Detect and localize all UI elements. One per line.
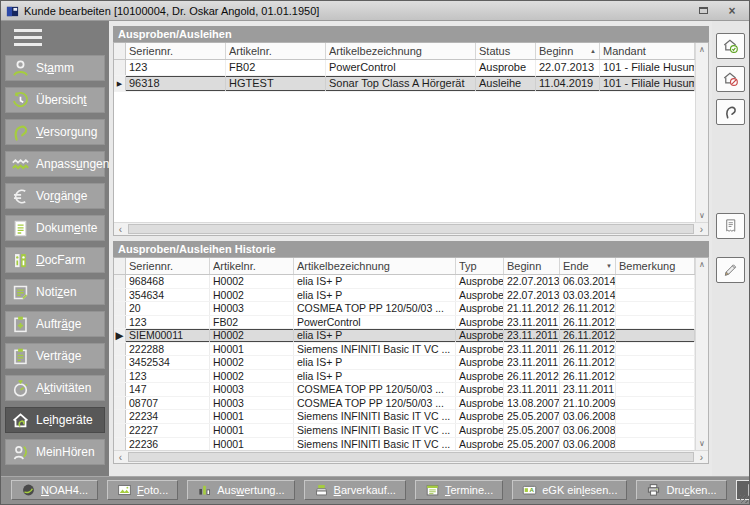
scrollbar-thumb[interactable] — [128, 452, 694, 462]
sidebar-item-ubersicht[interactable]: Übersicht — [5, 87, 105, 113]
drucken-button[interactable]: Drucken... — [636, 480, 726, 500]
cell-artikelnr: H0002 — [210, 289, 294, 302]
cell-artikelnr: H0001 — [210, 410, 294, 423]
sidebar-item-notizen[interactable]: Notizen — [5, 279, 105, 305]
column-header-seriennr[interactable]: Seriennr. — [126, 258, 210, 274]
column-header-typ[interactable]: Typ — [456, 258, 504, 274]
sidebar-item-meinhoren[interactable]: MeinHören — [5, 439, 105, 465]
column-header-artikelbezeichnung[interactable]: Artikelbezeichnung — [294, 258, 456, 274]
scrollbar-thumb[interactable] — [128, 224, 694, 234]
scroll-left-icon[interactable]: ‹ — [114, 452, 127, 463]
foto-button[interactable]: Foto... — [107, 480, 178, 500]
column-label: Artikelbezeichnung — [297, 260, 452, 272]
horizontal-scrollbar[interactable]: ‹› — [114, 450, 708, 463]
row-marker — [114, 289, 126, 302]
egk-einlesen-button[interactable]: AeGK einlesen... — [512, 480, 627, 500]
table-row[interactable]: 08707H0003COSMEA TOP PP 120/50/03 ...Aus… — [114, 397, 695, 411]
sidebar-item-dokumente[interactable]: Dokumente — [5, 215, 105, 241]
cell-seriennr: 3452534 — [126, 356, 210, 369]
row-marker — [114, 424, 126, 437]
scroll-right-icon[interactable]: › — [695, 224, 708, 235]
table-row[interactable]: 968468H0002elia IS+ PAusprobe22.07.20130… — [114, 275, 695, 289]
column-header-artikelnr[interactable]: Artikelnr. — [210, 258, 294, 274]
scroll-up-icon[interactable]: ∧ — [696, 43, 708, 56]
table-row[interactable]: 354634H0002elia IS+ PAusprobe22.07.20130… — [114, 289, 695, 303]
table-row[interactable]: 22227H0001Siemens INFINITI Basic IT VC .… — [114, 424, 695, 438]
column-label: Ende — [563, 260, 604, 272]
column-header-mandant[interactable]: Mandant — [600, 43, 695, 59]
column-label: Seriennr. — [129, 45, 222, 57]
close-button[interactable]: × — [720, 3, 744, 18]
restore-button[interactable] — [691, 3, 715, 18]
table-row[interactable]: 3452534H0002elia IS+ PAusprobe23.11.2011… — [114, 356, 695, 370]
euro-icon — [11, 187, 30, 206]
sidebar-item-vertrage[interactable]: Verträge — [5, 343, 105, 369]
noah-icon — [21, 483, 36, 497]
hearing-aid-button[interactable] — [716, 99, 745, 125]
cell-beginn: 13.08.2007 — [504, 397, 560, 410]
cell-bemerkung — [616, 329, 695, 342]
horizontal-scrollbar[interactable]: ‹› — [114, 222, 708, 235]
column-header-ende[interactable]: Ende▼ — [560, 258, 616, 274]
vertical-scrollbar[interactable]: ∧∨ — [695, 43, 708, 222]
cell-ende: 21.10.2009 — [560, 397, 616, 410]
table-row[interactable]: 123H0002elia IS+ PAusprobe26.11.201226.1… — [114, 370, 695, 384]
table-row[interactable]: 222288H0001Siemens INFINITI Basic IT VC … — [114, 343, 695, 357]
column-header-bemerkung[interactable]: Bemerkung — [616, 258, 695, 274]
cell-seriennr: 968468 — [126, 275, 210, 288]
loan-out-button[interactable] — [716, 33, 745, 59]
cell-seriennr: 22234 — [126, 410, 210, 423]
table-row[interactable]: 22234H0001Siemens INFINITI Basic IT VC .… — [114, 410, 695, 424]
sidebar-item-docfarm[interactable]: DocFarm — [5, 247, 105, 273]
sidebar-item-anpassungen[interactable]: Anpassungen — [5, 151, 105, 177]
cell-artikelnr: H0003 — [210, 383, 294, 396]
cell-beginn: 23.11.2011 — [504, 383, 560, 396]
sidebar-item-leihgerate[interactable]: Leihgeräte — [5, 407, 105, 433]
column-header-beginn[interactable]: Beginn▲ — [536, 43, 600, 59]
scroll-right-icon[interactable]: › — [695, 452, 708, 463]
cell-seriennr: 22227 — [126, 424, 210, 437]
column-header-status[interactable]: Status — [476, 43, 536, 59]
column-header-beginn[interactable]: Beginn — [504, 258, 560, 274]
column-header-seriennr[interactable]: Seriennr. — [126, 43, 226, 59]
sidebar-item-label: DocFarm — [36, 253, 85, 267]
table-row[interactable]: 147H0003COSMEA TOP PP 120/50/03 ...Auspr… — [114, 383, 695, 397]
cell-artikelbezeichnung: COSMEA TOP PP 120/50/03 ... — [294, 383, 456, 396]
sort-descending-icon: ▼ — [606, 263, 612, 269]
table-row[interactable]: 123FB02PowerControlAusprobe23.11.201126.… — [114, 316, 695, 330]
column-header-artikelbezeichnung[interactable]: Artikelbezeichnung — [326, 43, 476, 59]
cell-artikelbezeichnung: elia IS+ P — [294, 329, 456, 342]
termine-button[interactable]: Termine... — [415, 480, 503, 500]
scroll-down-icon[interactable]: ∨ — [696, 209, 708, 222]
table-row[interactable]: 20H0003COSMEA TOP PP 120/50/03 ...Auspro… — [114, 302, 695, 316]
sidebar-item-stamm[interactable]: Stamm — [5, 55, 105, 81]
vertical-scrollbar[interactable]: ∧∨ — [695, 258, 708, 450]
sidebar-item-aktivitaten[interactable]: Aktivitäten — [5, 375, 105, 401]
noah4-button[interactable]: NOAH4... — [11, 480, 98, 500]
edit-button[interactable] — [716, 257, 745, 283]
loan-return-button[interactable] — [716, 66, 745, 92]
scroll-left-icon[interactable]: ‹ — [114, 224, 127, 235]
table-row[interactable]: 123FB02PowerControlAusprobe22.07.2013101… — [114, 60, 695, 76]
cell-artikelnr: H0001 — [210, 424, 294, 437]
cash-register-icon — [314, 483, 329, 497]
window-title: Kunde bearbeiten [10100004, Dr. Oskar An… — [24, 5, 686, 17]
receipt-button[interactable] — [716, 213, 745, 239]
panel-ausproben-ausleihen: Ausproben/Ausleihen Seriennr.Artikelnr.A… — [113, 26, 709, 236]
menu-icon[interactable] — [14, 29, 42, 46]
sidebar-item-vorgange[interactable]: Vorgänge — [5, 183, 105, 209]
printer-icon — [646, 483, 661, 497]
table-row[interactable]: 22236H0001Siemens INFINITI Basic IT VC .… — [114, 438, 695, 450]
table-row[interactable]: ▶96318HGTESTSonar Top Class A HörgerätAu… — [114, 76, 695, 92]
auswertung-button[interactable]: Auswertung... — [187, 480, 294, 500]
barverkauf-button[interactable]: Barverkauf... — [304, 480, 406, 500]
cell-artikelnr: HGTEST — [226, 76, 326, 91]
sidebar-item-auftrage[interactable]: Aufträge — [5, 311, 105, 337]
column-header-artikelnr[interactable]: Artikelnr. — [226, 43, 326, 59]
resize-grip[interactable] — [740, 495, 748, 503]
table-row[interactable]: ▶SIEM00011H0002elia IS+ PAusprobe23.11.2… — [114, 329, 695, 343]
scroll-down-icon[interactable]: ∨ — [696, 437, 708, 450]
scroll-up-icon[interactable]: ∧ — [696, 258, 708, 271]
app-icon — [6, 4, 19, 17]
sidebar-item-versorgung[interactable]: Versorgung — [5, 119, 105, 145]
